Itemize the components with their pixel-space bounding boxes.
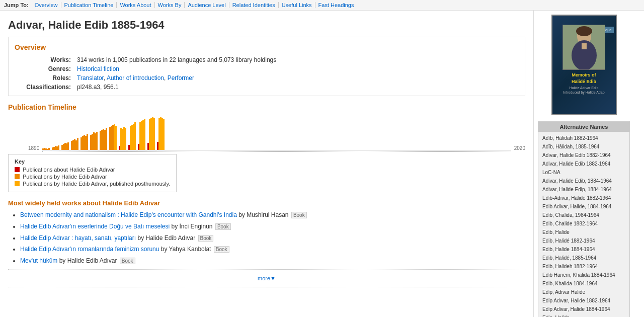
alt-name-item: Edib Hanem, Khalida 1884-1964: [542, 271, 625, 279]
genres-label: Genres:: [15, 64, 75, 73]
key-box: Key Publications about Halide Edib Adıva…: [8, 154, 177, 192]
overview-section: Overview Works: 314 works in 1,005 publi…: [8, 37, 525, 96]
works-heading: Most widely held works about Halide Edib…: [8, 199, 525, 207]
genres-value: Historical fiction: [75, 64, 519, 73]
classifications-value: pl248.a3, 956.1: [75, 83, 519, 92]
work-link-2[interactable]: Halide Edip Adıvar : hayatı, sanatı, yap…: [20, 234, 136, 242]
alt-name-item: Adīb, Hālidah 1882-1964: [542, 134, 625, 142]
overview-works-row: Works: 314 works in 1,005 publications i…: [15, 55, 519, 64]
work-badge-0: Book: [291, 212, 307, 218]
work-author-0: by Mushirul Hasan: [238, 211, 288, 218]
work-author-4: by Halide Edib Adıvar: [59, 257, 117, 264]
alt-name-item: Edib, Chalida, 1984-1964: [542, 211, 625, 219]
bar: [144, 119, 145, 150]
bar-group-2010s: [157, 117, 165, 150]
work-link-0[interactable]: Between modernity and nationalism : Hali…: [20, 211, 237, 218]
alt-name-item: Edib-Adıvar, Halide 1882-1964: [542, 194, 625, 202]
alt-names-panel: Alternative Names Adīb, Hālidah 1882-196…: [538, 121, 630, 317]
work-link-4[interactable]: Mev'ut hükûm: [20, 257, 57, 264]
timeline-start-year: 1890: [28, 145, 39, 151]
key-label-about: Publications about Halide Edib Adıvar: [23, 167, 115, 173]
overview-heading: Overview: [15, 43, 519, 51]
bar-group-1910s: [61, 142, 69, 150]
list-item: Halide Edib Adıvar'ın eserlerinde Doğu v…: [20, 222, 525, 231]
roles-label: Roles:: [15, 73, 75, 83]
jump-fast-headings[interactable]: Fast Headings: [315, 2, 357, 8]
overview-table: Works: 314 works in 1,005 publications i…: [15, 55, 519, 92]
author-title: Adıvar, Halide Edib 1885-1964: [8, 19, 525, 32]
more-link[interactable]: more▼: [258, 275, 276, 281]
alt-name-item: Adīb, Hālidah, 1885-1964: [542, 142, 625, 151]
alt-name-item: Edib, Halidé, 1885-1964: [542, 254, 625, 262]
jump-works-about[interactable]: Works About: [116, 2, 154, 8]
timeline-heading: Publication Timeline: [8, 103, 525, 111]
work-author-1: by İnci Enginün: [171, 223, 212, 230]
bar: [115, 126, 117, 150]
author-of-introduction-link[interactable]: Author of introduction: [107, 74, 164, 82]
works-section: Most widely held works about Halide Edib…: [8, 199, 525, 287]
alt-name-item: Edip, Adıvar Halide: [542, 288, 625, 296]
book-title-text: Memoirs ofHalidé Edib: [552, 72, 616, 85]
book-cover[interactable]: Cultures in Dialogue: [551, 15, 617, 115]
translator-link[interactable]: Translator: [77, 74, 104, 82]
genre-link[interactable]: Historical fiction: [77, 65, 119, 72]
alt-names-header: Alternative Names: [538, 122, 629, 132]
list-item: Halide Edip Adıvar'ın romanlarında femin…: [20, 245, 525, 254]
timeline-section: Publication Timeline 1890: [8, 103, 525, 192]
alt-name-item: Adivar, Halide Edib 1882-1964: [542, 160, 625, 168]
jump-label: Jump To:: [4, 2, 29, 8]
right-panel: Cultures in Dialogue: [533, 11, 634, 317]
timeline-end-year: 2020: [514, 145, 525, 151]
alt-name-item: Edip Adivar, Halide 1884-1964: [542, 305, 625, 313]
list-item: Mev'ut hükûm by Halide Edib Adıvar Book: [20, 257, 525, 265]
work-link-1[interactable]: Halide Edib Adıvar'ın eserlerinde Doğu v…: [20, 223, 170, 230]
bar-group-1950s: [100, 128, 107, 150]
alt-name-item: Adıvar, Halide Edib 1882-1964: [542, 151, 625, 160]
key-swatch-about: [15, 167, 20, 172]
jump-publication-timeline[interactable]: Publication Timeline: [61, 2, 117, 8]
alt-name-item: Edib, Halidé 1882-1964: [542, 236, 625, 245]
bar: [163, 119, 165, 150]
classifications-label: Classifications:: [15, 83, 75, 92]
bar-group-1940s: [90, 132, 98, 150]
bar: [96, 132, 98, 150]
alt-names-list: Adīb, Hālidah 1882-1964Adīb, Hālidah, 18…: [538, 132, 629, 317]
work-badge-2: Book: [198, 235, 214, 242]
bar: [106, 128, 107, 150]
roles-value: Translator, Author of introduction, Perf…: [75, 73, 519, 83]
works-list: Between modernity and nationalism : Hali…: [8, 211, 525, 265]
jump-works-by[interactable]: Works By: [154, 2, 185, 8]
key-swatch-by: [15, 174, 20, 179]
bar-group-1930s: [80, 134, 88, 150]
overview-classifications-row: Classifications: pl248.a3, 956.1: [15, 83, 519, 92]
performer-link[interactable]: Performer: [168, 74, 194, 82]
alt-name-item: Edib, Chalide 1882-1964: [542, 219, 625, 228]
jump-useful-links[interactable]: Useful Links: [278, 2, 315, 8]
jump-overview[interactable]: Overview: [32, 2, 61, 8]
work-badge-1: Book: [215, 223, 231, 230]
book-cover-inner: Cultures in Dialogue: [552, 25, 616, 115]
alt-name-item: Edib, Halide: [542, 228, 625, 236]
jump-related-identities[interactable]: Related Identities: [229, 2, 278, 8]
work-link-3[interactable]: Halide Edip Adıvar'ın romanlarında femin…: [20, 246, 159, 253]
bar: [87, 134, 88, 150]
overview-genres-row: Genres: Historical fiction: [15, 64, 519, 73]
overview-roles-row: Roles: Translator, Author of introductio…: [15, 73, 519, 83]
alt-name-item: LoC-NA: [542, 168, 625, 177]
bar-group-1960s-pre: [109, 124, 117, 150]
alt-name-item: Edip Adıvar, Halide 1882-1964: [542, 296, 625, 305]
jump-audience-level[interactable]: Audience Level: [184, 2, 228, 8]
alt-name-item: Adivar, Halide Edip, 1884-1964: [542, 185, 625, 194]
key-item-2: Publications by Halide Edib Adıvar, publ…: [15, 181, 170, 187]
key-item-1: Publications by Halide Edib Adıvar: [15, 174, 170, 180]
book-photo: [562, 25, 605, 70]
jump-bar: Jump To: Overview Publication Timeline W…: [0, 0, 644, 11]
bar: [67, 142, 69, 150]
alt-name-item: Edib, Halideh 1882-1964: [542, 262, 625, 271]
bar-group-1920s: [71, 138, 78, 150]
bar: [77, 138, 78, 150]
more-link-container: more▼: [8, 269, 525, 287]
alt-name-item: Edib, Halide 1884-1964: [542, 245, 625, 254]
book-subtitle-text: Halide Adıvar EdibIntroduced by Halide A…: [552, 85, 616, 96]
bar-group-2000s: [147, 117, 155, 150]
